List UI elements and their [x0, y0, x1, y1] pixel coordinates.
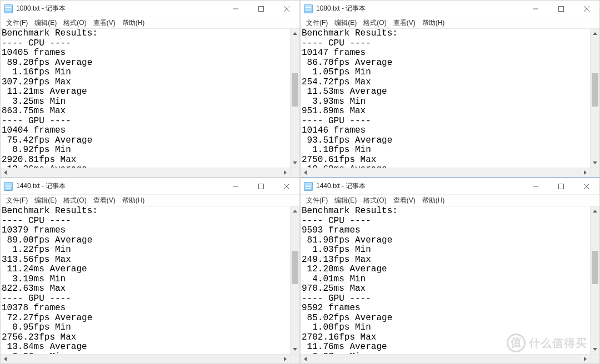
menu-edit[interactable]: 编辑(E) — [31, 17, 60, 29]
minimize-button[interactable] — [223, 1, 248, 17]
notepad-icon — [4, 182, 13, 191]
vertical-scrollbar[interactable] — [290, 29, 299, 168]
maximize-button[interactable] — [248, 178, 274, 195]
horizontal-scrollbar[interactable] — [301, 354, 599, 363]
content-area: Benchmark Results: ---- CPU ---- 9593 fr… — [301, 206, 599, 354]
notepad-window-tl: 1080.txt - 记事本 文件(F) 编辑(E) 格式(O) 查看(V) 帮… — [0, 0, 300, 178]
menu-format[interactable]: 格式(O) — [60, 17, 89, 29]
close-button[interactable] — [274, 1, 299, 17]
close-button[interactable] — [574, 1, 599, 17]
scroll-thumb[interactable] — [592, 73, 598, 107]
menubar: 文件(F) 编辑(E) 格式(O) 查看(V) 帮助(H) — [301, 17, 599, 29]
scroll-thumb[interactable] — [592, 251, 598, 284]
text-content[interactable]: Benchmark Results: ---- CPU ---- 10405 f… — [2, 29, 289, 168]
menu-file[interactable]: 文件(F) — [3, 195, 31, 206]
scroll-left-button[interactable] — [1, 168, 10, 178]
menu-view[interactable]: 查看(V) — [390, 17, 419, 29]
minimize-button[interactable] — [523, 1, 548, 17]
text-editor[interactable]: Benchmark Results: ---- CPU ---- 10147 f… — [301, 29, 590, 168]
chevron-left-icon — [304, 357, 307, 361]
chevron-right-icon — [584, 170, 587, 175]
minimize-button[interactable] — [223, 178, 248, 195]
scroll-up-button[interactable] — [291, 29, 299, 38]
scroll-thumb[interactable] — [292, 251, 298, 284]
scroll-up-button[interactable] — [291, 206, 299, 216]
scroll-left-button[interactable] — [301, 355, 310, 364]
chevron-down-icon — [293, 348, 297, 351]
menu-format[interactable]: 格式(O) — [360, 17, 389, 29]
scrollbar-corner — [290, 355, 299, 364]
menu-format[interactable]: 格式(O) — [360, 195, 389, 206]
titlebar[interactable]: 1080.txt - 记事本 — [301, 1, 599, 17]
menu-file[interactable]: 文件(F) — [303, 195, 331, 206]
notepad-icon — [4, 4, 13, 13]
close-button[interactable] — [574, 178, 599, 195]
maximize-button[interactable] — [248, 1, 274, 17]
menu-view[interactable]: 查看(V) — [90, 17, 119, 29]
scroll-left-button[interactable] — [301, 168, 310, 178]
scroll-down-button[interactable] — [591, 158, 599, 168]
horizontal-scrollbar[interactable] — [1, 354, 299, 363]
menubar: 文件(F) 编辑(E) 格式(O) 查看(V) 帮助(H) — [1, 195, 299, 206]
titlebar[interactable]: 1080.txt - 记事本 — [1, 1, 299, 17]
scroll-up-button[interactable] — [591, 29, 599, 38]
scrollbar-corner — [590, 168, 599, 178]
text-editor[interactable]: Benchmark Results: ---- CPU ---- 10379 f… — [1, 206, 290, 354]
notepad-icon — [304, 182, 313, 191]
minimize-button[interactable] — [523, 178, 548, 195]
menu-help[interactable]: 帮助(H) — [119, 195, 148, 206]
chevron-up-icon — [593, 32, 597, 35]
text-content[interactable]: Benchmark Results: ---- CPU ---- 9593 fr… — [302, 206, 589, 354]
maximize-button[interactable] — [548, 178, 574, 195]
scroll-right-button[interactable] — [581, 355, 590, 364]
menu-help[interactable]: 帮助(H) — [119, 17, 148, 29]
vertical-scrollbar[interactable] — [290, 206, 299, 354]
menu-edit[interactable]: 编辑(E) — [331, 17, 360, 29]
text-content[interactable]: Benchmark Results: ---- CPU ---- 10147 f… — [302, 29, 589, 168]
menubar: 文件(F) 编辑(E) 格式(O) 查看(V) 帮助(H) — [301, 195, 599, 206]
chevron-up-icon — [593, 210, 597, 213]
titlebar[interactable]: 1440.txt - 记事本 — [1, 178, 299, 195]
notepad-window-br: 1440.txt - 记事本 文件(F) 编辑(E) 格式(O) 查看(V) 帮… — [300, 178, 600, 364]
text-editor[interactable]: Benchmark Results: ---- CPU ---- 10405 f… — [1, 29, 290, 168]
menu-help[interactable]: 帮助(H) — [419, 17, 448, 29]
text-editor[interactable]: Benchmark Results: ---- CPU ---- 9593 fr… — [301, 206, 590, 354]
scroll-left-button[interactable] — [1, 355, 10, 364]
menu-view[interactable]: 查看(V) — [90, 195, 119, 206]
titlebar[interactable]: 1440.txt - 记事本 — [301, 178, 599, 195]
notepad-window-bl: 1440.txt - 记事本 文件(F) 编辑(E) 格式(O) 查看(V) 帮… — [0, 178, 300, 364]
text-content[interactable]: Benchmark Results: ---- CPU ---- 10379 f… — [2, 206, 289, 354]
window-title: 1440.txt - 记事本 — [16, 181, 66, 191]
horizontal-scrollbar[interactable] — [1, 168, 299, 177]
menu-help[interactable]: 帮助(H) — [419, 195, 448, 206]
scroll-right-button[interactable] — [281, 168, 290, 178]
scroll-down-button[interactable] — [591, 345, 599, 354]
scroll-right-button[interactable] — [581, 168, 590, 178]
menu-file[interactable]: 文件(F) — [303, 17, 331, 29]
window-title: 1080.txt - 记事本 — [316, 4, 366, 13]
menu-format[interactable]: 格式(O) — [60, 195, 89, 206]
chevron-left-icon — [4, 357, 7, 361]
scroll-up-button[interactable] — [591, 206, 599, 216]
close-button[interactable] — [274, 178, 299, 195]
chevron-left-icon — [304, 170, 307, 175]
menu-edit[interactable]: 编辑(E) — [331, 195, 360, 206]
menu-file[interactable]: 文件(F) — [3, 17, 31, 29]
chevron-up-icon — [293, 32, 297, 35]
menu-view[interactable]: 查看(V) — [390, 195, 419, 206]
scroll-down-button[interactable] — [291, 158, 299, 168]
menu-edit[interactable]: 编辑(E) — [31, 195, 60, 206]
horizontal-scrollbar[interactable] — [301, 168, 599, 177]
vertical-scrollbar[interactable] — [590, 29, 599, 168]
scroll-right-button[interactable] — [281, 355, 290, 364]
chevron-left-icon — [4, 170, 7, 175]
window-title: 1080.txt - 记事本 — [16, 4, 66, 13]
scroll-thumb[interactable] — [292, 73, 298, 107]
scrollbar-corner — [290, 168, 299, 178]
vertical-scrollbar[interactable] — [590, 206, 599, 354]
svg-rect-13 — [559, 184, 564, 189]
scroll-down-button[interactable] — [291, 345, 299, 354]
menubar: 文件(F) 编辑(E) 格式(O) 查看(V) 帮助(H) — [1, 17, 299, 29]
maximize-button[interactable] — [548, 1, 574, 17]
notepad-icon — [304, 4, 313, 13]
